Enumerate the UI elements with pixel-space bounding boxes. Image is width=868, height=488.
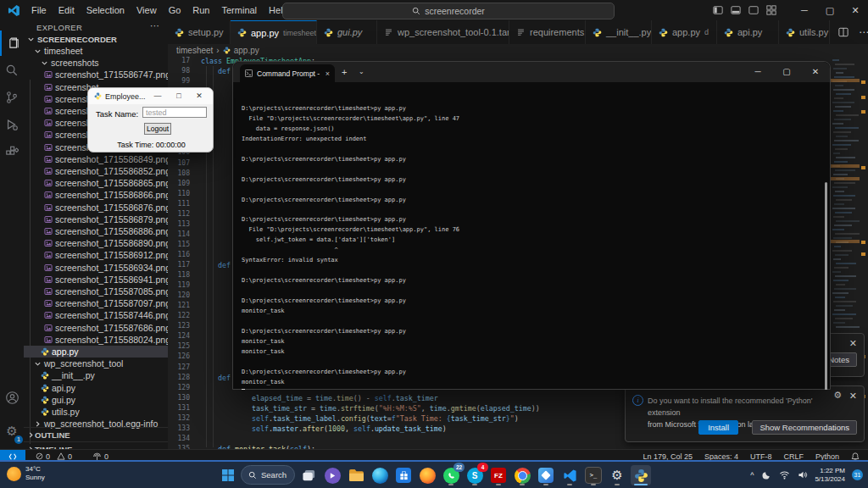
terminal-scrollbar[interactable] [825,182,827,390]
employee-timesheet-dialog[interactable]: Employee... — □ ✕ Task Name: Logout Task… [87,87,214,152]
breadcrumb-folder[interactable]: timesheet [176,46,213,55]
toggle-secondary-sidebar-icon[interactable] [748,5,759,15]
close-icon[interactable]: ✕ [849,338,857,349]
indentation[interactable]: Spaces: 4 [704,452,738,461]
tree-item-screenshot-1715586879-png[interactable]: screenshot_1715586879.png [24,214,168,225]
tree-item-screenshot-1715586934-png[interactable]: screenshot_1715586934.png [24,262,168,274]
taskbar-filezilla[interactable]: FZ [488,465,509,485]
menu-run[interactable]: Run [186,0,215,20]
tab-dropdown-icon[interactable]: ⌄ [359,62,364,82]
tray-chevron-icon[interactable]: ^ [750,471,754,480]
install-button[interactable]: Install [698,420,738,435]
dialog-close-button[interactable]: ✕ [191,88,208,104]
activity-item-extensions[interactable] [0,139,24,164]
tree-item-screenshots[interactable]: screenshots [24,57,168,69]
tree-item-screenshot-1715586865-png[interactable]: screenshot_1715586865.png [24,177,168,189]
tree-item-screenshot-1715586866-png[interactable]: screenshot_1715586866.png [24,189,168,201]
do-not-disturb-icon[interactable] [762,470,771,480]
taskbar-terminal[interactable]: >_ [583,465,604,485]
enco[interactable]: UTF-8 [750,452,772,461]
taskbar-skype[interactable]: S4 [465,465,485,485]
taskbar-start[interactable] [218,465,238,485]
activity-item-account[interactable] [0,385,24,410]
activity-item-run-debug[interactable] [0,112,24,137]
menu-selection[interactable]: Selection [81,0,131,20]
toggle-panel-icon[interactable] [731,5,741,15]
tree-root-screenrecorder[interactable]: SCREENRECORDER [24,33,168,45]
weather-widget[interactable]: 34°CSunny [7,465,45,482]
tree-item-screenshot-1715587686-png[interactable]: screenshot_1715587686.png [24,322,168,334]
terminal-output[interactable]: D:\projects\screenrecorder\timesheet>py … [233,82,830,390]
maximize-button[interactable]: ▢ [817,0,843,20]
taskbar-vscode[interactable] [559,465,580,485]
taskbar-clipchamp[interactable] [322,465,342,485]
terminal-maximize-button[interactable]: ▢ [772,62,801,82]
more-actions-icon[interactable]: ⋯ [150,20,159,31]
tab-app-py[interactable]: app.pyd [652,20,717,44]
split-editor-icon[interactable] [838,27,849,37]
taskbar-whatsapp[interactable]: 22 [441,465,461,485]
tab-requirements-txt[interactable]: requirements.txt [509,20,586,44]
tree-item-screenshot-1715587446-png[interactable]: screenshot_1715587446.png [24,309,168,321]
warnings-indicator[interactable]: 0 [57,452,72,461]
activity-item-settings[interactable]: ⚙1 [0,419,24,444]
tab-utils-py[interactable]: utils.py [779,20,830,44]
customize-layout-icon[interactable] [766,5,776,15]
taskbar-search[interactable]: Search [241,465,295,485]
taskbar-settings[interactable]: ⚙ [607,465,627,485]
tab-gui-py[interactable]: gui.py [317,20,377,44]
terminal-close-button[interactable]: ✕ [801,62,830,82]
tree-item-gui-py[interactable]: gui.py [24,394,168,406]
tree-item--init-py[interactable]: __init__.py [24,369,168,381]
tab-setup-py[interactable]: setup.py [168,20,231,44]
errors-indicator[interactable]: 0 [36,452,50,461]
task-name-input[interactable] [142,107,207,118]
tab-app-py[interactable]: app.pytimesheet× [231,20,317,44]
breadcrumb[interactable]: timesheet›app.py [168,44,868,56]
tree-item-utils-py[interactable]: utils.py [24,406,168,418]
close-icon[interactable]: ✕ [849,391,857,402]
more-actions-icon[interactable]: ⋯ [859,26,868,38]
volume-icon[interactable] [798,470,808,480]
dialog-maximize-button[interactable]: □ [170,88,187,104]
terminal-tab[interactable]: Command Prompt - py app.p × [240,64,335,82]
tab-api-py[interactable]: api.py [717,20,779,44]
command-center-search[interactable]: screenrecorder [282,3,615,19]
activity-item-search[interactable] [0,58,24,83]
taskbar-task-view[interactable] [298,465,319,485]
show-recommendations-button[interactable]: Show Recommendations [752,420,857,435]
menu-terminal[interactable]: Terminal [216,0,264,20]
tree-item-screenshot-1715586886-png[interactable]: screenshot_1715586886.png [24,225,168,237]
tab-wp-screenshot-tool-0-1-tar-spec[interactable]: wp_screenshot_tool-0.1.tar.spec [377,20,509,44]
tree-item-timesheet[interactable]: timesheet [24,45,168,57]
tree-item-screenshot-1715586747-png[interactable]: screenshot_1715586747.png [24,69,168,80]
terminal-minimize-button[interactable]: ─ [743,62,772,82]
tree-item-screenshot-1715586890-png[interactable]: screenshot_1715586890.png [24,237,168,249]
dialog-minimize-button[interactable]: — [149,88,166,104]
tree-item-wp-screenshot-tool[interactable]: wp_screenshot_tool [24,358,168,369]
activity-item-explorer[interactable] [0,30,25,56]
notification-count-badge[interactable]: 31 [852,469,863,480]
logout-button[interactable]: Logout [144,123,171,135]
taskbar-file-explorer[interactable] [346,465,366,485]
tree-item-screenshot-1715587085-png[interactable]: screenshot_1715587085.png [24,286,168,297]
section-outline[interactable]: OUTLINE [24,427,168,441]
tree-item-screenshot-1715588024-png[interactable]: screenshot_1715588024.png [24,334,168,346]
taskbar-store[interactable] [393,465,414,485]
taskbar-python-app[interactable] [631,465,651,485]
minimap[interactable] [831,56,860,336]
taskbar-firefox[interactable] [417,465,437,485]
menu-view[interactable]: View [131,0,163,20]
breadcrumb-file[interactable]: app.py [234,46,259,55]
menu-file[interactable]: File [25,0,53,20]
ports-indicator[interactable]: 0 [92,452,108,461]
command-prompt-window[interactable]: Command Prompt - py app.p × + ⌄ ─ ▢ ✕ D:… [232,61,831,390]
taskbar-edge[interactable] [370,465,390,485]
eol[interactable]: CRLF [783,452,804,461]
terminal-titlebar[interactable]: Command Prompt - py app.p × + ⌄ ─ ▢ ✕ [233,62,830,82]
tree-item-screenshot-1715586876-png[interactable]: screenshot_1715586876.png [24,202,168,214]
wifi-icon[interactable] [779,470,790,480]
tree-item-screenshot-1715586941-png[interactable]: screenshot_1715586941.png [24,274,168,286]
menu-edit[interactable]: Edit [53,0,81,20]
new-tab-button[interactable]: + [342,62,347,82]
